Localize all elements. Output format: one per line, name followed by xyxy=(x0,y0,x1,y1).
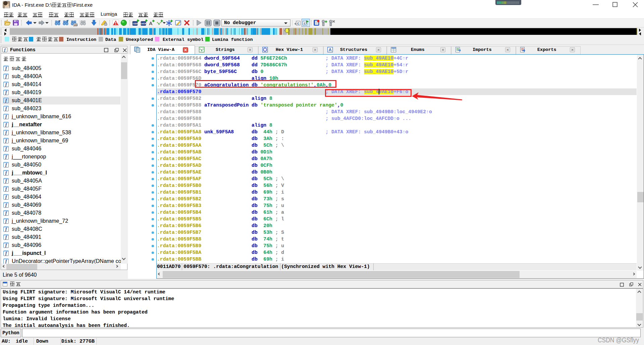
svg-text:#: # xyxy=(59,19,60,23)
svg-text:‘s’: ‘s’ xyxy=(200,48,204,52)
svg-text:101: 101 xyxy=(74,24,77,26)
svg-text:c: c xyxy=(297,21,299,25)
svg-text:T: T xyxy=(67,19,69,23)
svg-text:c: c xyxy=(304,21,306,25)
svg-text:DATA: DATA xyxy=(141,22,146,25)
svg-text:‘s’: ‘s’ xyxy=(157,21,161,26)
svg-text:A: A xyxy=(149,20,153,26)
svg-text:A: A xyxy=(329,48,332,52)
svg-text:CODE: CODE xyxy=(132,22,138,25)
